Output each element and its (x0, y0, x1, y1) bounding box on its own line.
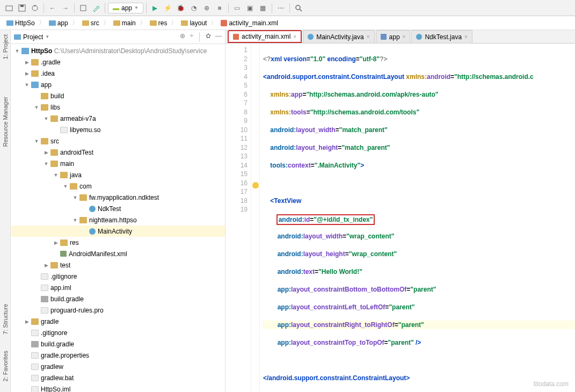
tree-item[interactable]: NdkTest (11, 203, 225, 214)
hide-icon[interactable]: — (215, 32, 222, 42)
apply-icon[interactable]: ⚡ (162, 2, 174, 14)
editor-tab[interactable]: activity_main.xml× (228, 30, 302, 43)
tree-item[interactable]: gradle.properties (11, 350, 225, 361)
close-icon[interactable]: × (403, 34, 406, 40)
editor-tab[interactable]: NdkTest.java× (411, 30, 472, 43)
tree-item[interactable]: libyemu.so (11, 124, 225, 135)
lightbulb-icon[interactable] (252, 182, 259, 188)
svg-line-6 (300, 9, 302, 11)
tree-item[interactable]: build.gradle (11, 293, 225, 304)
close-icon[interactable]: × (464, 34, 468, 40)
bc-app[interactable]: app (47, 19, 70, 27)
left-tool-strip: 1: Project Resource Manager 7: Structure… (0, 30, 11, 392)
module-selector[interactable]: ▬ app ▼ (108, 3, 143, 13)
back-icon[interactable]: ← (47, 2, 59, 14)
tree-item[interactable]: ▼main (11, 158, 225, 169)
tree-item[interactable]: ▶gradle (11, 316, 225, 327)
tree-item[interactable]: ▼com (11, 180, 225, 192)
tree-item[interactable]: proguard-rules.pro (11, 304, 225, 316)
tree-item[interactable]: MainActivity (11, 226, 225, 237)
layout-inspector-icon[interactable]: ▦ (257, 2, 269, 14)
editor-tab[interactable]: MainActivity.java× (303, 30, 374, 43)
tool-structure[interactable]: 7: Structure (2, 304, 9, 335)
sdk-icon[interactable]: ▣ (244, 2, 256, 14)
bc-res[interactable]: res (148, 19, 170, 27)
breadcrumb: HttpSo〉 app〉 src〉 main〉 res〉 layout〉 act… (0, 16, 575, 30)
avd-icon[interactable]: ▭ (231, 2, 243, 14)
code-editor[interactable]: <?xml version="1.0" encoding="utf-8"?> <… (260, 43, 575, 392)
tree-item[interactable]: ▶androidTest (11, 147, 225, 158)
close-icon[interactable]: × (367, 34, 370, 40)
project-icon (14, 34, 21, 40)
tree-item[interactable]: ▶.idea (11, 68, 225, 79)
svg-rect-0 (6, 6, 12, 11)
tool-project[interactable]: 1: Project (2, 34, 9, 59)
project-panel-header: Project ▼ ⊕ ÷ ✿ — (11, 30, 225, 44)
tree-item[interactable]: ▼nightteam.httpso (11, 214, 225, 226)
hammer-icon[interactable] (90, 2, 102, 14)
tree-item[interactable]: ▼java (11, 169, 225, 180)
tree-item[interactable]: ▼src (11, 135, 225, 147)
tree-item[interactable]: gradlew.bat (11, 372, 225, 383)
attach-icon[interactable]: ⊕ (201, 2, 213, 14)
tree-item[interactable]: build.gradle (11, 338, 225, 350)
bc-file[interactable]: activity_main.xml (219, 19, 280, 27)
tool-resource-manager[interactable]: Resource Manager (2, 97, 9, 147)
tree-item[interactable]: ▶.gradle (11, 56, 225, 68)
svg-point-5 (296, 5, 300, 10)
tree-item[interactable]: gradlew (11, 361, 225, 372)
tree-item[interactable]: ▶res (11, 237, 225, 248)
svg-rect-2 (20, 5, 24, 7)
svg-rect-4 (81, 5, 86, 11)
more-icon[interactable]: ⋯ (275, 2, 287, 14)
tree-item[interactable]: .gitignore (11, 327, 225, 338)
sync-icon[interactable] (29, 2, 41, 14)
tree-item[interactable]: ▼fw.myapplication.ndktest (11, 192, 225, 203)
panel-title: Project (23, 33, 43, 41)
profile-icon[interactable]: ◔ (188, 2, 200, 14)
tree-item[interactable]: HttpSo.iml (11, 383, 225, 392)
chevron-down-icon[interactable]: ▼ (45, 34, 49, 39)
editor-area: activity_main.xml×MainActivity.java×app×… (225, 30, 575, 392)
save-icon[interactable] (16, 2, 28, 14)
tree-item[interactable]: ▼app (11, 79, 225, 90)
android-icon: ▬ (113, 4, 119, 12)
editor-tab[interactable]: app× (376, 30, 411, 43)
tree-item[interactable]: ▼armeabi-v7a (11, 113, 225, 124)
bc-main[interactable]: main (111, 19, 138, 27)
build-icon[interactable] (77, 2, 89, 14)
main-toolbar: ← → ▬ app ▼ ▶ ⚡ 🐞 ◔ ⊕ ■ ▭ ▣ ▦ ⋯ (0, 0, 575, 16)
open-icon[interactable] (3, 2, 15, 14)
stop-icon[interactable]: ■ (214, 2, 225, 14)
gear-icon[interactable]: ✿ (206, 32, 211, 42)
editor-tabs: activity_main.xml×MainActivity.java×app×… (225, 30, 575, 43)
tree-item[interactable]: app.iml (11, 282, 225, 293)
debug-icon[interactable]: 🐞 (175, 2, 187, 14)
tree-item[interactable]: ▼libs (11, 101, 225, 113)
tree-item[interactable]: .gitignore (11, 271, 225, 282)
bc-src[interactable]: src (80, 19, 101, 27)
tree-item[interactable]: build (11, 90, 225, 101)
search-icon[interactable] (293, 2, 304, 14)
target-icon[interactable]: ⊕ (180, 32, 185, 42)
close-icon[interactable]: × (293, 34, 296, 40)
forward-icon[interactable]: → (60, 2, 71, 14)
bc-layout[interactable]: layout (179, 19, 209, 27)
tree-item[interactable]: AndroidManifest.xml (11, 248, 225, 259)
tree-root[interactable]: ▼ HttpSo C:\Users\Administrator\Desktop\… (11, 45, 225, 56)
marker-gutter (251, 43, 260, 392)
run-icon[interactable]: ▶ (149, 2, 161, 14)
tree-item[interactable]: ▶test (11, 259, 225, 271)
project-tree[interactable]: ▼ HttpSo C:\Users\Administrator\Desktop\… (11, 44, 225, 392)
collapse-icon[interactable]: ÷ (190, 32, 193, 42)
project-panel: Project ▼ ⊕ ÷ ✿ — ▼ HttpSo C:\Users\Admi… (11, 30, 225, 392)
chevron-down-icon: ▼ (134, 5, 139, 10)
bc-root[interactable]: HttpSo (4, 19, 37, 27)
watermark: titodata.com (534, 380, 569, 388)
line-gutter: 12345678910111213141516171819 (225, 43, 251, 392)
module-name: app (121, 4, 132, 12)
tool-favorites[interactable]: 2: Favorites (2, 351, 9, 381)
